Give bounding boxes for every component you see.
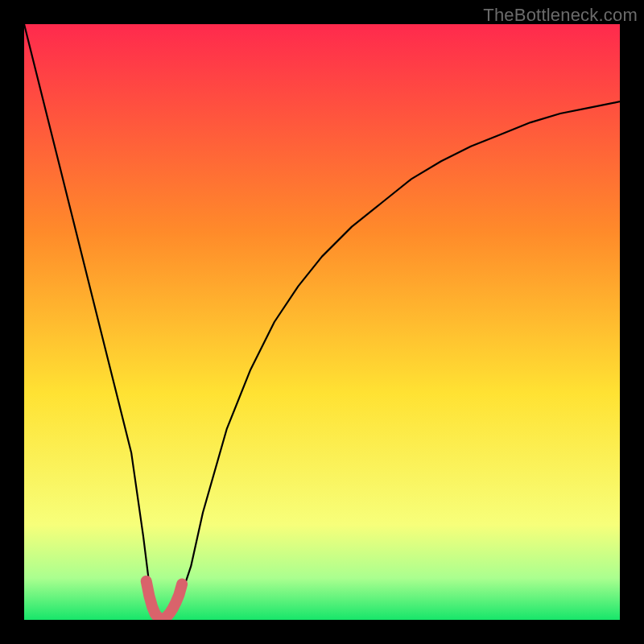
plot-area: [24, 24, 620, 620]
chart-svg: [24, 24, 620, 620]
gradient-background: [24, 24, 620, 620]
chart-frame: [24, 24, 620, 620]
watermark-text: TheBottleneck.com: [483, 5, 638, 26]
